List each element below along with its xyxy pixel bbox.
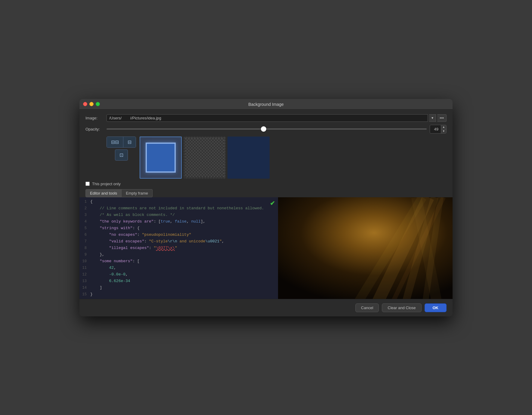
ok-button[interactable]: OK — [425, 303, 447, 312]
opacity-increment-button[interactable]: ▲ — [441, 125, 446, 129]
opacity-stepper: ▲ ▼ — [441, 125, 446, 133]
image-dropdown-button[interactable]: ▾ — [429, 114, 436, 122]
code-line-9: 9 }, — [79, 251, 278, 258]
dialog-title: Background Image — [248, 102, 284, 107]
code-line-2: 2 // Line comments are not included in s… — [79, 205, 278, 212]
code-line-10: 10 "some numbers": [ — [79, 258, 278, 265]
tab-empty-frame[interactable]: Empty frame — [122, 189, 153, 197]
tab-editor-tools[interactable]: Editor and tools — [85, 189, 122, 197]
code-line-12: 12 -0.0e-0, — [79, 271, 278, 278]
tile-horizontal-button[interactable]: ⊟⊟ — [107, 137, 123, 147]
code-valid-icon: ✔ — [270, 200, 275, 207]
opacity-slider-container — [107, 128, 427, 130]
minimize-button[interactable] — [89, 102, 94, 106]
checkbox-row: This project only — [85, 182, 447, 186]
preview-area — [140, 137, 270, 179]
code-panel[interactable]: 1 { 2 // Line comments are not included … — [79, 197, 278, 299]
dialog-footer: Cancel Clear and Close OK — [79, 299, 453, 316]
tile-vert-icon: ⊟ — [128, 139, 131, 145]
maximize-button[interactable] — [96, 102, 100, 106]
opacity-decrement-button[interactable]: ▼ — [441, 129, 446, 133]
close-button[interactable] — [83, 102, 87, 106]
preview-blue-box[interactable] — [140, 137, 182, 179]
opacity-label: Opacity: — [85, 127, 104, 131]
main-content: 1 { 2 // Line comments are not included … — [79, 197, 453, 299]
image-row: Image: ▾ ••• — [85, 114, 447, 122]
preview-grid-box[interactable] — [227, 137, 270, 179]
tile-vertical-button[interactable]: ⊟ — [123, 137, 136, 147]
bg-rays-svg — [278, 197, 453, 299]
code-line-5: 5 "strings with": { — [79, 225, 278, 232]
preview-checker-box[interactable] — [184, 137, 226, 179]
dialog-body: Image: ▾ ••• Opacity: 49 ▲ ▼ — [79, 109, 453, 197]
background-image-dialog: Background Image Image: ▾ ••• Opacity: — [79, 99, 453, 316]
title-bar: Background Image — [79, 99, 453, 109]
image-more-button[interactable]: ••• — [437, 114, 447, 122]
preview-blue-inner — [146, 143, 176, 173]
cancel-button[interactable]: Cancel — [355, 303, 379, 312]
tabs-row: Editor and tools Empty frame — [85, 189, 447, 197]
code-line-1: 1 { — [79, 198, 278, 205]
background-image — [278, 197, 453, 299]
svg-rect-3 — [185, 138, 224, 177]
center-button[interactable]: ⊡ — [115, 149, 128, 161]
clear-and-close-button[interactable]: Clear and Close — [382, 303, 421, 312]
code-line-8: 8 "illegal escapes": "\0377\x\" — [79, 245, 278, 251]
code-line-13: 13 6.626e-34 — [79, 278, 278, 284]
background-preview-panel — [278, 197, 453, 299]
tile-alignment-group: ⊟⊟ ⊟ — [107, 137, 136, 148]
alignment-controls: ⊟⊟ ⊟ ⊡ — [107, 137, 136, 161]
code-line-11: 11 42, — [79, 265, 278, 271]
code-line-3: 3 /* As well as block comments. */ — [79, 212, 278, 218]
project-only-checkbox[interactable] — [85, 182, 90, 186]
code-editor[interactable]: 1 { 2 // Line comments are not included … — [79, 197, 278, 299]
chevron-down-icon: ▾ — [431, 116, 433, 120]
ellipsis-icon: ••• — [440, 116, 444, 120]
tile-horiz-icon: ⊟⊟ — [111, 139, 119, 145]
code-line-4: 4 "the only keywords are": [true, false,… — [79, 218, 278, 225]
checker-pattern-svg — [185, 138, 224, 177]
code-line-6: 6 "no excapes": "pseudopolinomiality" — [79, 232, 278, 238]
align-preview-row: ⊟⊟ ⊟ ⊡ — [107, 137, 447, 179]
opacity-value: 49 — [430, 126, 441, 132]
code-line-7: 7 "valid escapes": "C-style\r\n and unic… — [79, 238, 278, 245]
code-line-14: 14 ] — [79, 284, 278, 291]
opacity-slider[interactable] — [107, 128, 427, 130]
center-align-container: ⊡ — [107, 149, 136, 161]
center-icon: ⊡ — [119, 152, 123, 158]
opacity-row: Opacity: 49 ▲ ▼ — [85, 125, 447, 134]
image-label: Image: — [85, 116, 104, 120]
image-path-container: ▾ ••• — [107, 114, 447, 122]
opacity-value-container: 49 ▲ ▼ — [430, 125, 447, 134]
code-line-15: 15 } — [79, 291, 278, 298]
traffic-lights — [83, 102, 100, 106]
image-path-input[interactable] — [107, 114, 428, 122]
project-only-label[interactable]: This project only — [92, 182, 121, 186]
